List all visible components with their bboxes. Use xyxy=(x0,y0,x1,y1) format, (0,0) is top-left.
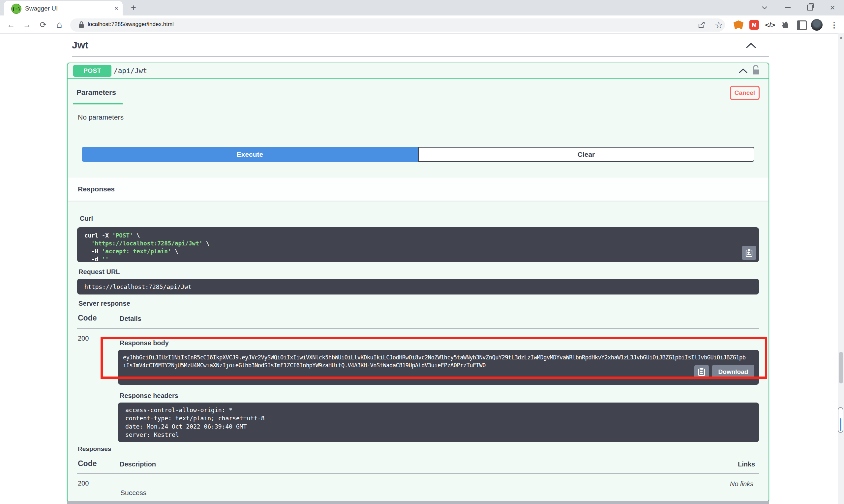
curl-copy-button[interactable] xyxy=(742,246,756,260)
endpoint-summary-row[interactable] xyxy=(67,62,769,79)
endpoint-path: /api/Jwt xyxy=(114,67,147,75)
tab-close-icon[interactable]: × xyxy=(112,4,121,13)
curl-label: Curl xyxy=(80,215,93,222)
home-button[interactable]: ⌂ xyxy=(54,19,65,30)
url-text: localhost:7285/swagger/index.html xyxy=(88,21,174,28)
tab-parameters[interactable]: Parameters xyxy=(76,88,116,97)
response-body-block: eyJhbGciOiJIUzI1NiIsInR5cCI6IkpXVCJ9.eyJ… xyxy=(118,350,759,385)
forward-button[interactable]: → xyxy=(21,19,33,30)
window-restore-button[interactable] xyxy=(804,1,816,14)
extensions-puzzle-icon[interactable] xyxy=(780,20,791,30)
request-url-block: https://localhost:7285/api/Jwt xyxy=(77,279,759,294)
responses-doc-label: Responses xyxy=(78,445,111,453)
browser-window: {⋯} Swagger UI × + × ← → ⟳ ⌂ localhost:7… xyxy=(0,0,844,504)
share-icon[interactable] xyxy=(696,20,707,30)
api-group-title: Jwt xyxy=(72,39,88,51)
doc-row-links: No links xyxy=(730,480,753,488)
jwt-token-line1: eyJhbGciOiJIUzI1NiIsInR5cCI6IkpXVCJ9.eyJ… xyxy=(123,354,754,362)
window-close-button[interactable]: × xyxy=(826,1,839,14)
download-button[interactable]: Download xyxy=(712,365,754,379)
responses-section-header: Responses xyxy=(68,178,769,201)
request-url-value: https://localhost:7285/api/Jwt xyxy=(84,283,192,290)
curl-line: curl -X 'POST' \ xyxy=(84,232,752,239)
cancel-button[interactable]: Cancel xyxy=(730,86,760,100)
no-parameters-text: No parameters xyxy=(78,113,124,121)
response-body-label: Response body xyxy=(120,339,169,347)
table-divider xyxy=(77,473,759,474)
server-response-label: Server response xyxy=(79,300,130,307)
execute-button[interactable]: Execute xyxy=(82,147,418,162)
jwt-token-line2: iIsImV4cCI6MTY2NjU5MzU4MCwiaXNzIjoieGlhb… xyxy=(123,362,754,370)
table-divider xyxy=(77,328,759,329)
tab-title: Swagger UI xyxy=(25,5,58,12)
response-copy-button[interactable] xyxy=(694,365,709,379)
response-header-line: server: Kestrel xyxy=(125,431,752,439)
scrollbar-up-arrow[interactable]: ▲ xyxy=(838,34,844,40)
curl-line: -d '' xyxy=(84,255,752,263)
window-minimize-button[interactable] xyxy=(782,1,794,14)
endpoint-collapse-chevron-icon[interactable] xyxy=(739,69,748,73)
section-divider xyxy=(72,56,769,57)
response-headers-label: Response headers xyxy=(120,392,178,400)
response-header-line: content-type: text/plain; charset=utf-8 xyxy=(125,414,752,422)
curl-command-block: curl -X 'POST' \ 'https://localhost:7285… xyxy=(77,227,759,262)
group-collapse-chevron-icon[interactable] xyxy=(746,43,756,49)
response-headers-block: access-control-allow-origin: *content-ty… xyxy=(118,402,759,442)
scrollbar-track[interactable] xyxy=(838,33,844,504)
server-response-code-header: Code xyxy=(78,313,97,323)
browser-tab[interactable]: {⋯} Swagger UI × xyxy=(4,1,123,16)
curl-line: -H 'accept: text/plain' \ xyxy=(84,247,752,255)
server-response-details-header: Details xyxy=(120,315,141,323)
doc-code-header: Code xyxy=(78,459,97,468)
doc-row-code: 200 xyxy=(78,480,89,487)
responses-section-title: Responses xyxy=(78,185,115,193)
tab-search-chevron-icon[interactable] xyxy=(758,1,771,14)
active-tab-underline xyxy=(73,103,123,104)
profile-avatar[interactable] xyxy=(811,19,823,31)
response-header-line: access-control-allow-origin: * xyxy=(125,406,752,414)
site-lock-icon[interactable] xyxy=(79,21,84,29)
doc-description-header: Description xyxy=(120,461,156,468)
clear-button[interactable]: Clear xyxy=(418,147,754,162)
bookmark-star-icon[interactable]: ☆ xyxy=(713,20,724,30)
server-response-status-code: 200 xyxy=(78,335,89,342)
side-panel-icon[interactable] xyxy=(797,20,807,30)
reload-button[interactable]: ⟳ xyxy=(38,19,49,30)
doc-row-description: Success xyxy=(120,489,147,497)
response-header-line: date: Mon,24 Oct 2022 06:39:40 GMT xyxy=(125,422,752,431)
next-section-edge xyxy=(67,501,769,504)
curl-line: 'https://localhost:7285/api/Jwt' \ xyxy=(84,239,752,247)
browser-tab-bar: {⋯} Swagger UI × + × xyxy=(0,0,844,16)
new-tab-button[interactable]: + xyxy=(128,3,138,13)
scrollbar-thumb[interactable] xyxy=(839,352,843,383)
browser-menu-dots-icon[interactable]: ⋮ xyxy=(830,20,838,30)
request-url-label: Request URL xyxy=(79,268,120,276)
scroll-indicator-widget[interactable] xyxy=(838,407,843,433)
code-extension-icon[interactable]: </> xyxy=(762,20,778,30)
swagger-favicon-icon: {⋯} xyxy=(11,4,21,14)
back-button[interactable]: ← xyxy=(5,19,16,30)
doc-links-header: Links xyxy=(738,461,755,468)
gmail-extension-icon[interactable]: M xyxy=(750,20,759,30)
http-method-badge: POST xyxy=(73,65,111,77)
authorization-open-lock-icon[interactable] xyxy=(752,65,760,75)
